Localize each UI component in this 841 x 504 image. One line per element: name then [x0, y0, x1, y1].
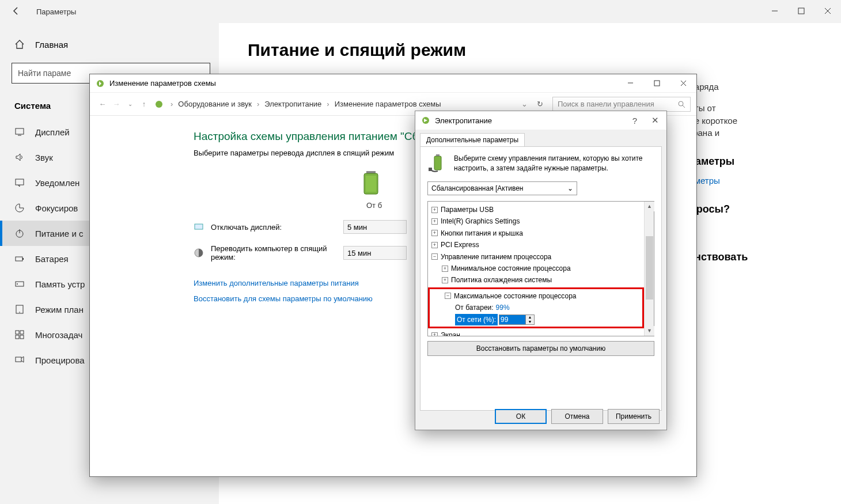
- display-off-icon: [194, 222, 205, 232]
- tree-node-plugged-value[interactable]: От сети (%): ▲▼: [432, 314, 640, 325]
- battery-value-link[interactable]: 99%: [496, 302, 510, 313]
- tree-scrollbar[interactable]: ▲ ▼: [644, 202, 654, 336]
- battery-plug-icon: [427, 154, 448, 175]
- svg-rect-17: [16, 357, 21, 362]
- expand-icon[interactable]: +: [431, 242, 438, 248]
- ok-button[interactable]: ОК: [495, 409, 547, 424]
- dialog-buttons: ОК Отмена Применить: [495, 409, 660, 424]
- tree-node-battery-value[interactable]: От батареи: 99%: [432, 302, 640, 313]
- po-title: Электропитание: [435, 116, 626, 125]
- chevron-down-icon[interactable]: ⌄: [521, 100, 528, 108]
- tree-node-cpu-cooling[interactable]: +Политика охлаждения системы: [429, 274, 643, 286]
- tree-node-cpu[interactable]: −Управление питанием процессора: [429, 251, 643, 263]
- plugged-label: От сети (%):: [455, 314, 498, 325]
- plugged-spinner[interactable]: ▲▼: [499, 314, 535, 325]
- svg-rect-7: [16, 257, 22, 261]
- svg-point-10: [17, 283, 18, 285]
- svg-rect-20: [654, 81, 660, 86]
- minimize-button[interactable]: [762, 0, 788, 22]
- svg-rect-16: [20, 335, 24, 339]
- scroll-down-icon[interactable]: ▼: [645, 326, 654, 336]
- search-placeholder: Найти параме: [18, 69, 71, 78]
- page-title: Питание и спящий режим: [248, 40, 812, 60]
- power-options-icon: [421, 116, 430, 125]
- tree-node-cpu-max[interactable]: −Максимальное состояние процессора: [432, 290, 640, 302]
- svg-rect-31: [436, 154, 440, 156]
- expand-icon[interactable]: +: [442, 277, 448, 283]
- display-icon: [14, 127, 25, 137]
- restore-defaults-button[interactable]: Восстановить параметры по умолчанию: [427, 341, 654, 356]
- po-tabs: Дополнительные параметры: [415, 130, 666, 146]
- tree-node-buttons[interactable]: +Кнопки питания и крышка: [429, 228, 643, 239]
- scheme-select[interactable]: Сбалансированная [Активен ⌄: [427, 181, 577, 195]
- row-label: Переводить компьютер в спящий режим:: [211, 244, 343, 262]
- maximize-button[interactable]: [643, 74, 670, 92]
- cp-search-input[interactable]: Поиск в панели управления: [552, 97, 691, 112]
- crumb[interactable]: Изменение параметров схемы: [335, 100, 441, 108]
- sidebar-home-label: Главная: [35, 40, 68, 50]
- crumb[interactable]: Оборудование и звук: [178, 100, 252, 108]
- sidebar-home[interactable]: Главная: [0, 35, 219, 54]
- tree-node-pci[interactable]: +PCI Express: [429, 239, 643, 251]
- sleep-icon: [194, 248, 205, 258]
- svg-rect-14: [20, 331, 24, 334]
- sleep-battery-select[interactable]: 15 мин: [343, 246, 407, 260]
- display-off-battery-select[interactable]: 5 мин: [343, 220, 407, 234]
- spin-up-icon[interactable]: ▲: [526, 315, 534, 320]
- scroll-up-icon[interactable]: ▲: [645, 202, 654, 211]
- cancel-button[interactable]: Отмена: [551, 409, 603, 424]
- cp-titlebar: Изменение параметров схемы: [90, 74, 696, 93]
- tab-advanced[interactable]: Дополнительные параметры: [420, 133, 525, 146]
- highlighted-region: −Максимальное состояние процессора От ба…: [428, 287, 644, 328]
- expand-icon[interactable]: +: [431, 207, 438, 213]
- crumb[interactable]: Электропитание: [264, 100, 321, 108]
- sound-icon: [14, 152, 25, 162]
- plugged-input[interactable]: [499, 315, 525, 324]
- sidebar-item-label: Память устр: [35, 279, 85, 289]
- sidebar-item-label: Многозадач: [35, 330, 82, 340]
- po-titlebar: Электропитание ? ✕: [415, 111, 666, 130]
- close-button[interactable]: [670, 74, 696, 92]
- svg-rect-4: [16, 179, 24, 185]
- refresh-icon[interactable]: ↻: [533, 100, 547, 108]
- help-button[interactable]: ?: [626, 116, 643, 126]
- power-plan-icon: [154, 100, 164, 109]
- back-icon[interactable]: [12, 6, 22, 17]
- collapse-icon[interactable]: −: [431, 253, 438, 260]
- notify-icon: [14, 177, 25, 188]
- expand-icon[interactable]: +: [431, 230, 438, 236]
- tablet-icon: [14, 304, 25, 314]
- maximize-button[interactable]: [788, 0, 815, 22]
- sidebar-item-label: Питание и с: [35, 229, 83, 238]
- tree-node-cpu-min[interactable]: +Минимальное состояние процессора: [429, 263, 643, 274]
- settings-tree[interactable]: +Параметры USB +Intel(R) Graphics Settin…: [428, 202, 644, 336]
- storage-icon: [14, 279, 25, 289]
- scroll-thumb[interactable]: [646, 236, 653, 300]
- expand-icon[interactable]: +: [431, 332, 438, 336]
- nav-back-icon[interactable]: ←: [96, 100, 109, 108]
- svg-point-12: [19, 312, 20, 313]
- close-button[interactable]: ✕: [643, 115, 666, 126]
- spin-down-icon[interactable]: ▼: [526, 320, 534, 324]
- expand-icon[interactable]: +: [431, 218, 438, 225]
- chevron-down-icon: ⌄: [567, 184, 573, 192]
- sidebar-item-label: Уведомлен: [35, 178, 79, 188]
- svg-rect-13: [16, 331, 19, 334]
- nav-up-icon[interactable]: ↑: [137, 100, 151, 108]
- home-icon: [14, 39, 25, 50]
- search-placeholder: Поиск в панели управления: [558, 100, 654, 108]
- collapse-icon[interactable]: −: [445, 293, 451, 299]
- minimize-button[interactable]: [617, 74, 643, 92]
- apply-button[interactable]: Применить: [608, 409, 660, 424]
- tree-node-intel[interactable]: +Intel(R) Graphics Settings: [429, 215, 643, 227]
- svg-point-21: [156, 101, 162, 108]
- svg-rect-15: [16, 335, 19, 339]
- svg-line-23: [683, 105, 685, 108]
- close-button[interactable]: [815, 0, 841, 22]
- nav-recent-icon[interactable]: ⌄: [123, 101, 137, 107]
- tree-node-screen[interactable]: +Экран: [429, 329, 643, 336]
- nav-fwd-icon[interactable]: →: [109, 100, 123, 108]
- po-panel: Выберите схему управления питанием, кото…: [420, 146, 662, 411]
- expand-icon[interactable]: +: [442, 266, 448, 272]
- tree-node-usb[interactable]: +Параметры USB: [429, 204, 643, 215]
